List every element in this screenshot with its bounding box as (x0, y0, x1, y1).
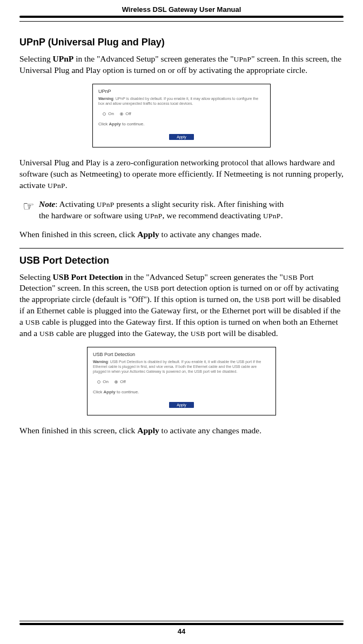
text: Selecting (19, 272, 53, 281)
upnp-note-block: ☞ Note: Activating UPnP presents a sligh… (23, 199, 344, 222)
smallcaps-text: USB (39, 330, 54, 338)
text: . (281, 211, 283, 220)
text: to continue. (121, 122, 145, 126)
page-header-title: Wireless DSL Gateway User Manual (19, 0, 344, 16)
upnp-intro-paragraph: Selecting UPnP in the "Advanced Setup" s… (19, 53, 344, 76)
fig-title: UPnP (98, 89, 265, 94)
smallcaps-text: USB (25, 318, 40, 326)
smallcaps-text: UPnP (263, 212, 281, 220)
text: Universal Plug and Play is a zero-config… (19, 158, 344, 190)
fig-warning: Warning: UPnP is disabled by default. If… (98, 96, 265, 106)
radio-off-label: Off (120, 379, 126, 384)
text: Selecting (19, 54, 53, 63)
bold-text: Apply (137, 230, 159, 239)
text: When finished in this screen, click (19, 426, 137, 435)
fig-apply-row: Apply (93, 399, 270, 408)
radio-on-label: On (103, 379, 109, 384)
bold-text: Apply (137, 426, 159, 435)
text: to activate any changes made. (159, 426, 261, 435)
text: in the "Advanced Setup" screen generates… (73, 54, 233, 63)
page-footer: 44 (19, 621, 344, 635)
smallcaps-text: USB (144, 284, 159, 292)
upnp-screenshot: UPnP Warning: UPnP is disabled by defaul… (92, 84, 271, 147)
smallcaps-text: UPnP (233, 55, 251, 63)
bold-text: Apply (109, 122, 121, 126)
usb-apply-paragraph: When finished in this screen, click Appl… (19, 425, 344, 437)
fig-warning-label: Warning (93, 360, 108, 364)
text: port will be disabled. (205, 328, 278, 338)
text: to continue. (116, 390, 139, 394)
radio-off-label: Off (125, 111, 131, 116)
text: to activate any changes made. (159, 230, 261, 239)
text: : Activating (55, 199, 97, 209)
bold-text: Apply (104, 390, 116, 394)
smallcaps-text: UPnP (97, 200, 115, 209)
text: in the "Advanced Setup" screen generates… (123, 272, 283, 281)
text: cable are plugged into the Gateway, the (54, 328, 191, 338)
radio-on[interactable] (97, 380, 100, 384)
text: . (65, 180, 68, 190)
smallcaps-text: USB (283, 273, 298, 281)
fig-warning-text: : USB Port Detection is disabled by defa… (93, 360, 261, 373)
radio-on-label: On (108, 111, 114, 116)
smallcaps-text: UPnP (48, 182, 65, 190)
smallcaps-text: USB (191, 330, 205, 338)
footer-rule-thick (19, 623, 344, 625)
section-divider (19, 248, 344, 249)
upnp-description-paragraph: Universal Plug and Play is a zero-config… (19, 157, 344, 191)
footer-rule-thin (19, 621, 344, 621)
fig-continue-text: Click Apply to continue. (98, 122, 265, 126)
radio-off[interactable] (120, 112, 123, 116)
note-text: Note: Activating UPnP presents a slight … (39, 199, 293, 222)
fig-radio-row: On Off (103, 111, 265, 116)
fig-warning-label: Warning (98, 97, 113, 100)
text: Click (98, 122, 109, 126)
usb-screenshot: USB Port Detection Warning: USB Port Det… (87, 347, 276, 415)
fig-radio-row: On Off (97, 379, 270, 384)
fig-apply-row: Apply (98, 131, 265, 140)
pointing-hand-icon: ☞ (23, 200, 35, 213)
bold-text: USB Port Detection (53, 272, 123, 281)
text: Click (93, 390, 104, 394)
fig-warning-text: : UPnP is disabled by default. If you en… (98, 97, 258, 105)
header-rule-thick (19, 16, 344, 18)
fig-warning: Warning: USB Port Detection is disabled … (93, 359, 270, 374)
radio-off[interactable] (115, 380, 118, 384)
usb-heading: USB Port Detection (19, 255, 344, 266)
note-label: Note (39, 199, 55, 209)
apply-button[interactable]: Apply (169, 134, 194, 140)
upnp-apply-paragraph: When finished in this screen, click Appl… (19, 229, 344, 240)
bold-text: UPnP (53, 54, 74, 63)
text: When finished in this screen, click (19, 230, 137, 239)
header-rule-thin (19, 21, 344, 22)
smallcaps-text: USB (255, 296, 270, 304)
usb-figure-container: USB Port Detection Warning: USB Port Det… (19, 347, 344, 415)
upnp-heading: UPnP (Universal Plug and Play) (19, 37, 344, 48)
smallcaps-text: UPnP (145, 212, 163, 220)
upnp-figure-container: UPnP Warning: UPnP is disabled by defaul… (19, 84, 344, 147)
apply-button[interactable]: Apply (169, 402, 194, 408)
text: , we recommend deactivating (163, 211, 263, 220)
radio-on[interactable] (103, 112, 106, 116)
usb-intro-paragraph: Selecting USB Port Detection in the "Adv… (19, 272, 344, 340)
fig-title: USB Port Detection (93, 352, 270, 357)
fig-continue-text: Click Apply to continue. (93, 390, 270, 394)
page-number: 44 (19, 627, 344, 635)
